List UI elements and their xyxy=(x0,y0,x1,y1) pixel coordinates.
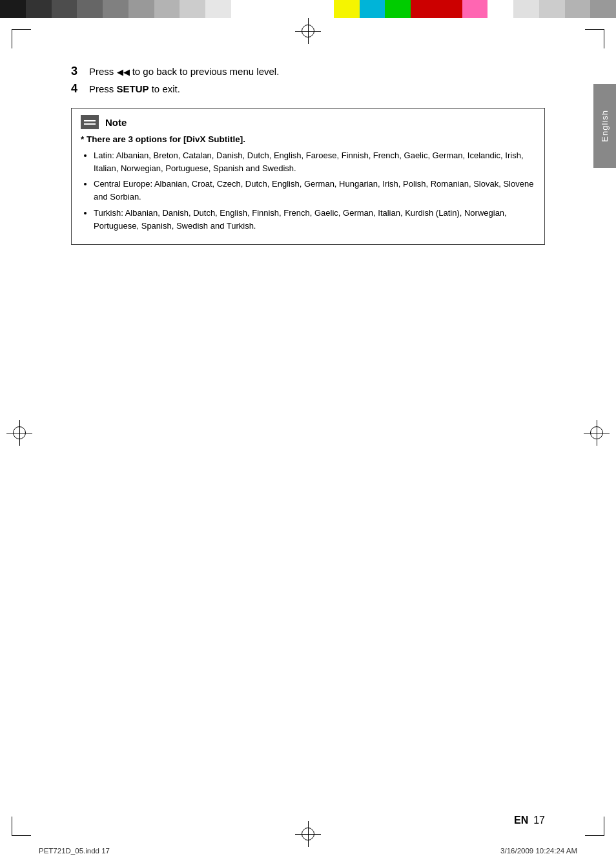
bottom-left-text: PET721D_05.indd 17 xyxy=(39,847,110,855)
step-3-row: 3 Press ◀◀ to go back to previous menu l… xyxy=(71,65,545,79)
page-number: 17 xyxy=(533,815,545,826)
color-bar-segment-2 xyxy=(52,0,77,18)
color-bar-segment-0 xyxy=(0,0,26,18)
corner-mark-bottom-right xyxy=(585,817,604,836)
note-icon-line-2 xyxy=(84,123,96,125)
color-bar-segment-17 xyxy=(436,0,462,18)
color-bar-segment-14 xyxy=(360,0,385,18)
crosshair-top-center xyxy=(295,18,321,44)
color-bar-segment-18 xyxy=(462,0,488,18)
corner-mark-bottom-left xyxy=(12,817,31,836)
page-en-label: EN xyxy=(514,815,528,826)
step-4-row: 4 Press SETUP to exit. xyxy=(71,82,545,97)
color-bar-segment-21 xyxy=(539,0,565,18)
color-bar-segment-6 xyxy=(154,0,180,18)
step-3-text: Press ◀◀ to go back to previous menu lev… xyxy=(89,65,279,79)
color-bar-segment-8 xyxy=(205,0,231,18)
main-content: 3 Press ◀◀ to go back to previous menu l… xyxy=(71,65,545,245)
bottom-bar: PET721D_05.indd 17 3/16/2009 10:24:24 AM xyxy=(39,847,577,855)
note-list: Latin: Albanian, Breton, Catalan, Danish… xyxy=(81,149,535,233)
step-4-number: 4 xyxy=(71,82,89,96)
crosshair-left xyxy=(6,420,32,446)
side-language-label: English xyxy=(593,84,616,168)
color-bar-segment-10 xyxy=(257,0,283,18)
color-bar-segment-5 xyxy=(128,0,154,18)
color-bar-segment-16 xyxy=(411,0,436,18)
color-bar-segment-22 xyxy=(565,0,591,18)
crosshair-right xyxy=(584,420,610,446)
color-bar-segment-13 xyxy=(334,0,360,18)
color-bar-segment-15 xyxy=(385,0,411,18)
color-bar-segment-9 xyxy=(231,0,257,18)
color-bar-segment-7 xyxy=(180,0,205,18)
list-item: Latin: Albanian, Breton, Catalan, Danish… xyxy=(94,149,535,175)
note-title: Note xyxy=(105,117,127,128)
step-4-text: Press SETUP to exit. xyxy=(89,82,180,97)
note-header: Note xyxy=(81,115,535,129)
note-icon-line-1 xyxy=(84,120,96,121)
color-bar-segment-23 xyxy=(590,0,616,18)
rewind-icon: ◀◀ xyxy=(117,67,130,77)
list-item: Central Europe: Albanian, Croat, Czech, … xyxy=(94,178,535,203)
page-number-area: EN 17 xyxy=(514,815,545,826)
list-item: Turkish: Albanian, Danish, Dutch, Englis… xyxy=(94,207,535,233)
note-icon xyxy=(81,115,99,129)
setup-keyword: SETUP xyxy=(117,83,149,94)
step-3-number: 3 xyxy=(71,65,89,78)
corner-mark-top-right xyxy=(585,29,604,48)
note-subtitle: * There are 3 options for [DivX Subtitle… xyxy=(81,134,535,144)
corner-mark-top-left xyxy=(12,29,31,48)
color-bar-segment-12 xyxy=(308,0,334,18)
note-box: Note * There are 3 options for [DivX Sub… xyxy=(71,108,545,245)
bottom-right-text: 3/16/2009 10:24:24 AM xyxy=(500,847,577,855)
color-bar xyxy=(0,0,616,18)
color-bar-segment-1 xyxy=(26,0,52,18)
color-bar-segment-11 xyxy=(282,0,308,18)
color-bar-segment-4 xyxy=(103,0,128,18)
crosshair-bottom xyxy=(295,821,321,847)
color-bar-segment-3 xyxy=(77,0,103,18)
color-bar-segment-20 xyxy=(513,0,539,18)
color-bar-segment-19 xyxy=(488,0,513,18)
